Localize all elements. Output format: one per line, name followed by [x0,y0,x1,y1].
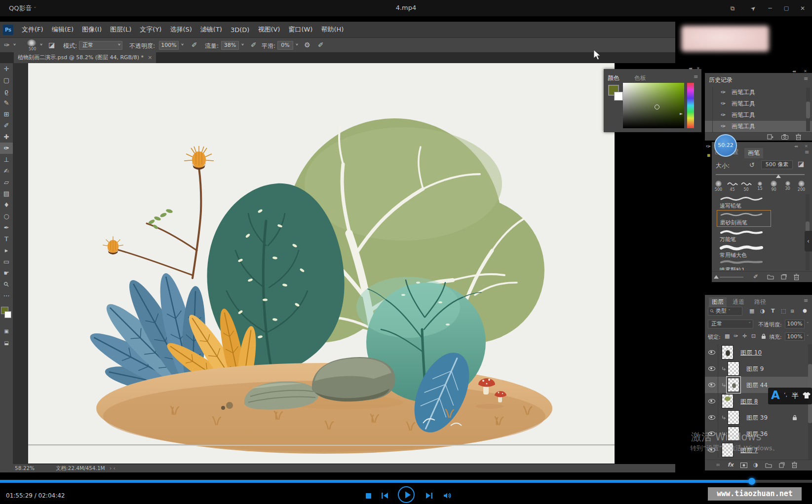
visibility-eye-icon[interactable] [708,399,715,403]
visibility-eye-icon[interactable] [708,383,715,387]
visibility-eye-icon[interactable] [708,366,715,371]
flow-field[interactable]: 38% [221,41,239,50]
filter-shape-icon[interactable]: ⬚ [781,308,786,314]
brush-menu-icon[interactable]: ≡ [805,149,809,155]
history-entry[interactable]: ✑画笔工具 [705,98,812,109]
marquee-tool[interactable]: ▢ [0,74,13,86]
delete-brush-trash-icon[interactable] [794,274,799,280]
color-picker-cursor[interactable] [655,105,659,109]
tab-history[interactable]: 历史记录 [709,76,733,84]
panel-menu-icon[interactable]: ≡ [694,73,698,80]
brush-size-field[interactable]: 500 像素 [761,160,793,169]
opacity-field[interactable]: 100% [159,41,179,50]
smoothing-caret-icon[interactable]: ˅ [295,43,299,51]
tab-paths[interactable]: 路径 [754,298,766,306]
brush-preset-name[interactable]: 速写铅笔 [720,202,741,210]
tab-close-icon[interactable]: × [148,54,152,61]
history-scrollbar[interactable] [806,88,810,131]
brush-collapse-icon[interactable]: ◂◂ [794,144,797,148]
layer-thumbnail[interactable] [728,361,739,376]
reset-size-icon[interactable]: ↺ [749,161,755,169]
background-color-chip[interactable] [614,92,623,101]
layer-thumbnail[interactable] [722,394,734,408]
menu-edit[interactable]: 编辑(E) [51,25,75,34]
dodge-tool[interactable]: ○ [0,211,13,222]
previous-button[interactable] [381,492,388,499]
history-entry[interactable]: ✑画笔工具 [705,87,812,98]
link-layers-icon[interactable]: ∞ [716,462,720,468]
filter-toggle-icon[interactable]: ● [803,308,807,313]
panel-collapse-icon[interactable]: ◂◂ [689,66,692,71]
menu-image[interactable]: 图像(I) [81,25,103,34]
zoom-tool[interactable]: ⚲ [0,279,13,290]
ps-logo[interactable]: Ps [3,25,13,35]
seek-handle[interactable] [748,478,755,485]
seek-bar[interactable] [0,480,812,483]
visibility-eye-icon[interactable] [708,415,715,420]
filter-type-icon[interactable]: T [771,308,775,314]
panel-close-icon[interactable]: ✕ [696,66,699,71]
brush-preset-selected[interactable]: 磨砂刻画笔 [717,210,771,227]
brush-preview-dot[interactable] [27,39,36,46]
move-tool[interactable]: ✛ [0,63,13,74]
ime-width-mode[interactable]: 半 [792,392,799,400]
add-mask-icon[interactable] [740,463,747,468]
brush-picker-caret-icon[interactable]: ˅ [39,43,43,51]
layer-thumbnail[interactable] [728,378,739,392]
filter-pixel-icon[interactable]: ▦ [749,308,754,314]
menu-file[interactable]: 文件(F) [21,25,44,34]
brush-sample[interactable]: 45 [726,180,739,192]
mode-select[interactable]: 正常 [79,41,122,50]
delete-layer-trash-icon[interactable] [792,462,797,468]
lock-all-icon[interactable] [761,333,766,339]
pen-tool[interactable]: ✒ [0,222,13,233]
brush-sample[interactable]: 90 [767,180,780,192]
layer-thumbnail[interactable] [728,410,739,425]
airbrush-icon[interactable]: ✐ [251,41,257,49]
filter-adjustment-icon[interactable]: ◑ [760,308,765,314]
visibility-eye-icon[interactable] [708,350,715,355]
brush-preset-name[interactable]: 常用铺大色 [720,252,747,259]
brush-tool[interactable]: ✑ [0,143,13,154]
hue-slider[interactable] [687,83,694,128]
clone-stamp-tool[interactable]: ⊥ [0,154,13,165]
lasso-tool[interactable]: ϱ [0,86,13,97]
close-button[interactable]: ✕ [797,3,809,13]
menu-filter[interactable]: 滤镜(T) [199,25,223,34]
shape-tool[interactable]: ▭ [0,256,13,267]
hand-tool[interactable]: ☛ [0,267,13,279]
tab-brushes[interactable]: 画笔 [744,148,763,158]
smoothing-gear-icon[interactable]: ⚙ [304,41,310,49]
delete-state-trash-icon[interactable] [796,134,801,140]
menu-window[interactable]: 窗口(W) [287,25,313,34]
snapshot-camera-icon[interactable] [781,134,788,140]
layers-menu-icon[interactable]: ≡ [804,297,808,304]
tab-layers[interactable]: 图层 [709,297,727,307]
quick-selection-tool[interactable]: ✎ [0,97,13,108]
menu-type[interactable]: 文字(Y) [139,25,162,34]
tab-swatches[interactable]: 色板 [634,74,646,82]
gradient-tool[interactable]: ▤ [0,188,13,199]
play-button[interactable] [398,486,415,503]
opacity-caret-icon[interactable]: ˅ [181,43,184,51]
adjustment-layer-icon[interactable]: ◑ [753,462,758,468]
history-collapse-icon[interactable]: ◂◂ [792,69,795,73]
brush-sample[interactable]: 500 [712,180,725,192]
mode-caret-icon[interactable]: ˅ [117,43,121,51]
lock-artboard-icon[interactable]: ⊡ [751,333,756,339]
zoom-level[interactable]: 58.22% [15,464,35,472]
toolbar-more-icon[interactable]: ⋯ [0,290,13,301]
layer-thumbnail[interactable] [722,345,734,360]
menu-view[interactable]: 视图(V) [257,25,281,34]
eraser-tool[interactable]: ▱ [0,177,13,188]
screen-mode-icon[interactable]: ⬓ [0,337,13,349]
menu-select[interactable]: 选择(S) [169,25,193,34]
brush-sample[interactable]: 50 [739,180,753,192]
tab-color[interactable]: 颜色 [608,74,619,82]
footer-slider-thumb[interactable] [714,275,719,279]
background-color-swatch[interactable] [4,311,11,318]
footer-slider[interactable] [720,277,743,278]
layer-row[interactable]: 图层 9 [705,360,812,377]
brush-tool-icon[interactable]: ✑ [4,41,10,49]
type-tool[interactable]: T [0,233,13,245]
